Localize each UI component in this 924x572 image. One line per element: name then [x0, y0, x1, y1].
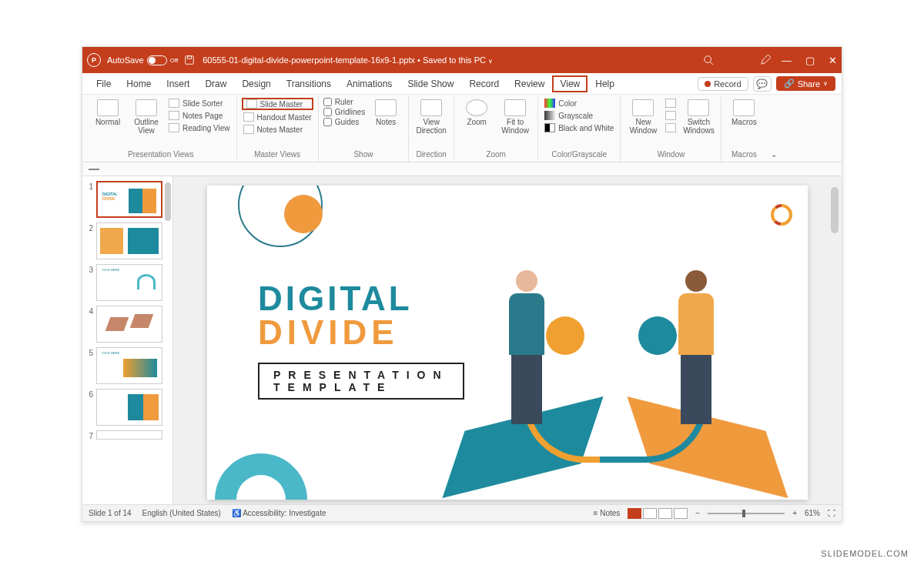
menu-draw[interactable]: Draw: [197, 75, 234, 92]
new-window-button[interactable]: New Window: [625, 98, 661, 136]
switch-windows-button[interactable]: Switch Windows: [681, 98, 716, 136]
plug-orange: [546, 316, 584, 355]
menu-animations[interactable]: Animations: [339, 75, 400, 92]
zoom-button[interactable]: Zoom: [459, 98, 494, 128]
slide-counter[interactable]: Slide 1 of 14: [89, 509, 132, 517]
record-button[interactable]: Record: [698, 77, 748, 91]
menu-slideshow[interactable]: Slide Show: [400, 75, 461, 92]
macros-button[interactable]: Macros: [726, 98, 762, 128]
menu-transitions[interactable]: Transitions: [279, 75, 339, 92]
slide-canvas-area[interactable]: DIGITAL DIVIDE PRESENTATION TEMPLATE: [173, 176, 842, 504]
menu-design[interactable]: Design: [234, 75, 278, 92]
menu-home[interactable]: Home: [119, 75, 159, 92]
thumbnail-5[interactable]: TITLE HERE: [96, 347, 162, 384]
group-master-views: Slide Master Handout Master Notes Master…: [237, 96, 319, 162]
reading-view-button[interactable]: Reading View: [167, 122, 232, 133]
slide-title-line1: DIGITAL: [258, 279, 464, 318]
thumbnail-7[interactable]: [96, 430, 162, 440]
canvas-scrollbar[interactable]: [831, 187, 839, 233]
titlebar: P AutoSave Off 60555-01-digital-divide-p…: [82, 47, 842, 73]
menubar: File Home Insert Draw Design Transitions…: [82, 73, 842, 95]
pencil-icon[interactable]: [760, 55, 771, 65]
group-presentation-views: Normal Outline View Slide Sorter Notes P…: [85, 96, 237, 162]
menu-help[interactable]: Help: [588, 75, 622, 92]
toggle-icon: [147, 55, 167, 65]
fit-slide-button[interactable]: ⛶: [828, 509, 835, 517]
zoom-level[interactable]: 61%: [805, 509, 820, 517]
normal-view-button[interactable]: Normal: [90, 98, 126, 128]
group-zoom: Zoom Fit to Window Zoom: [454, 96, 538, 162]
slide-illustration: [454, 216, 777, 493]
slide-thumbnails-panel[interactable]: 1 DIGITAL DIVIDE 2 3 TITLE HERE 4: [82, 176, 173, 504]
ruler-checkbox[interactable]: Ruler: [323, 98, 365, 106]
plug-teal: [638, 316, 677, 355]
menu-tabs: File Home Insert Draw Design Transitions…: [89, 75, 622, 92]
powerpoint-window: P AutoSave Off 60555-01-digital-divide-p…: [82, 46, 842, 522]
svg-line-3: [711, 62, 714, 65]
group-show: Ruler Gridlines Guides Notes Show: [319, 96, 409, 162]
thumbnail-2[interactable]: [96, 222, 162, 259]
menu-review[interactable]: Review: [507, 75, 552, 92]
document-title[interactable]: 60555-01-digital-divide-powerpoint-templ…: [203, 55, 493, 65]
decorative-arc: [207, 434, 326, 500]
minimize-button[interactable]: —: [782, 55, 792, 66]
svg-rect-1: [188, 56, 192, 59]
person-right: [661, 270, 731, 432]
notes-master-button[interactable]: Notes Master: [242, 124, 313, 135]
svg-rect-0: [186, 56, 194, 65]
watermark: SLIDEMODEL.COM: [821, 549, 909, 558]
view-direction-button[interactable]: View Direction: [413, 98, 449, 136]
slideshow-view-icon[interactable]: [674, 508, 688, 519]
menu-record[interactable]: Record: [461, 75, 507, 92]
cascade-button[interactable]: [664, 110, 678, 121]
color-button[interactable]: Color: [543, 98, 615, 109]
qat-handle-icon[interactable]: [89, 169, 99, 170]
normal-view-icon[interactable]: [628, 508, 641, 519]
zoom-out-button[interactable]: −: [695, 509, 700, 517]
menu-view[interactable]: View: [552, 75, 588, 92]
autosave-toggle[interactable]: AutoSave Off: [107, 55, 178, 65]
close-button[interactable]: ✕: [829, 55, 837, 66]
maximize-button[interactable]: ▢: [805, 55, 815, 66]
svg-point-2: [705, 56, 711, 63]
save-icon[interactable]: [184, 55, 195, 65]
quick-access-row: [82, 162, 842, 176]
notes-page-button[interactable]: Notes Page: [167, 110, 232, 121]
slide-preview[interactable]: DIGITAL DIVIDE PRESENTATION TEMPLATE: [207, 186, 808, 500]
reading-view-icon[interactable]: [658, 508, 672, 519]
thumbnail-3[interactable]: TITLE HERE: [96, 264, 162, 301]
slide-sorter-button[interactable]: Slide Sorter: [167, 98, 232, 109]
menu-file[interactable]: File: [89, 75, 119, 92]
search-icon[interactable]: [703, 55, 714, 65]
menu-insert[interactable]: Insert: [159, 75, 197, 92]
move-split-button[interactable]: [664, 122, 678, 133]
thumbnail-1[interactable]: DIGITAL DIVIDE: [96, 181, 162, 218]
grayscale-button[interactable]: Grayscale: [543, 110, 615, 121]
share-button[interactable]: 🔗 Share ∨: [776, 76, 835, 91]
accessibility-status[interactable]: ♿ Accessibility: Investigate: [232, 509, 326, 517]
autosave-state: Off: [170, 57, 179, 64]
black-white-button[interactable]: Black and White: [543, 122, 615, 133]
fit-to-window-button[interactable]: Fit to Window: [497, 98, 533, 136]
collapse-ribbon-button[interactable]: ⌄: [766, 96, 782, 162]
thumbnail-6[interactable]: [96, 389, 162, 426]
handout-master-button[interactable]: Handout Master: [242, 112, 313, 122]
sorter-view-icon[interactable]: [643, 508, 657, 519]
gridlines-checkbox[interactable]: Gridlines: [323, 108, 365, 116]
notes-button[interactable]: Notes: [368, 98, 403, 128]
slide-title-block: DIGITAL DIVIDE PRESENTATION TEMPLATE: [258, 279, 464, 400]
slide-title-line2: DIVIDE: [258, 313, 464, 352]
app-icon: P: [87, 53, 101, 67]
zoom-slider[interactable]: [708, 513, 785, 514]
guides-checkbox[interactable]: Guides: [323, 118, 365, 126]
outline-view-button[interactable]: Outline View: [129, 98, 164, 136]
zoom-in-button[interactable]: +: [792, 509, 797, 517]
slide-master-button[interactable]: Slide Master: [242, 98, 313, 110]
thumbnail-4[interactable]: [96, 306, 162, 343]
slide-subtitle-box: PRESENTATION TEMPLATE: [258, 363, 464, 400]
notes-toggle[interactable]: ≡ Notes: [594, 509, 621, 517]
language-status[interactable]: English (United States): [142, 509, 221, 517]
comments-button[interactable]: 💬: [753, 76, 772, 92]
arrange-all-button[interactable]: [664, 98, 678, 109]
thumbnails-scrollbar[interactable]: [165, 182, 171, 221]
